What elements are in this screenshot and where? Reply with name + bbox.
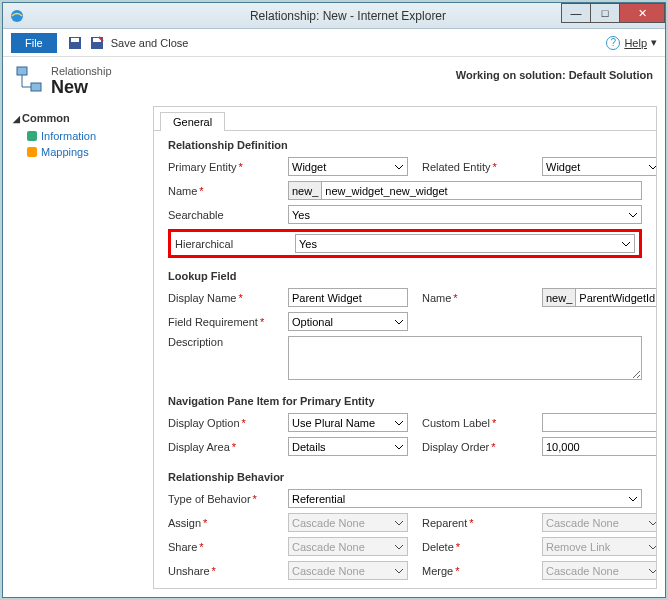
field-requirement-select[interactable]: Optional (288, 312, 408, 331)
section-rel-def: Relationship Definition (168, 139, 642, 151)
toolbar: File Save and Close ? Help ▾ (3, 29, 665, 57)
ie-icon (9, 8, 25, 24)
svg-rect-5 (17, 67, 27, 75)
header: Relationship New Working on solution: De… (3, 57, 665, 106)
assign-select: Cascade None (288, 513, 408, 532)
related-entity-select[interactable]: Widget (542, 157, 657, 176)
entity-type: Relationship (51, 65, 112, 77)
save-close-icon[interactable] (89, 35, 105, 51)
help-menu[interactable]: ? Help ▾ (606, 36, 657, 50)
save-icon[interactable] (67, 35, 83, 51)
content-panel: General Relationship Definition Primary … (153, 106, 657, 589)
name-prefix: new_ (288, 181, 321, 200)
window: Relationship: New - Internet Explorer — … (2, 2, 666, 598)
section-lookup: Lookup Field (168, 270, 642, 282)
file-menu[interactable]: File (11, 33, 57, 53)
name-input[interactable] (321, 181, 642, 200)
display-area-select[interactable]: Details (288, 437, 408, 456)
display-order-input[interactable] (542, 437, 657, 456)
hierarchical-highlight: HierarchicalYes (168, 229, 642, 258)
hierarchical-select[interactable]: Yes (295, 234, 635, 253)
sidebar-item-information[interactable]: Information (13, 128, 143, 144)
display-option-select[interactable]: Use Plural Name (288, 413, 408, 432)
reparent-select: Cascade None (542, 513, 657, 532)
share-select: Cascade None (288, 537, 408, 556)
lookup-name-input[interactable] (575, 288, 657, 307)
description-textarea[interactable] (288, 336, 642, 380)
save-close-button[interactable]: Save and Close (111, 37, 189, 49)
sidebar-item-mappings[interactable]: Mappings (13, 144, 143, 160)
relationship-icon (15, 65, 43, 93)
close-button[interactable]: ✕ (619, 3, 665, 23)
merge-select: Cascade None (542, 561, 657, 580)
mappings-icon (27, 147, 37, 157)
lookup-name-prefix: new_ (542, 288, 575, 307)
solution-label: Working on solution: Default Solution (456, 69, 653, 81)
tab-general[interactable]: General (160, 112, 225, 131)
display-name-input[interactable] (288, 288, 408, 307)
titlebar: Relationship: New - Internet Explorer — … (3, 3, 665, 29)
help-icon: ? (606, 36, 620, 50)
sidebar-group-common[interactable]: ◢Common (13, 112, 143, 124)
svg-rect-2 (71, 38, 79, 42)
section-nav: Navigation Pane Item for Primary Entity (168, 395, 642, 407)
unshare-select: Cascade None (288, 561, 408, 580)
entity-name: New (51, 77, 112, 98)
maximize-button[interactable]: □ (590, 3, 620, 23)
minimize-button[interactable]: — (561, 3, 591, 23)
custom-label-input (542, 413, 657, 432)
primary-entity-select[interactable]: Widget (288, 157, 408, 176)
section-behavior: Relationship Behavior (168, 471, 642, 483)
behavior-type-select[interactable]: Referential (288, 489, 642, 508)
info-icon (27, 131, 37, 141)
svg-rect-6 (31, 83, 41, 91)
delete-select: Remove Link (542, 537, 657, 556)
sidebar: ◢Common Information Mappings (3, 106, 153, 597)
searchable-select[interactable]: Yes (288, 205, 642, 224)
